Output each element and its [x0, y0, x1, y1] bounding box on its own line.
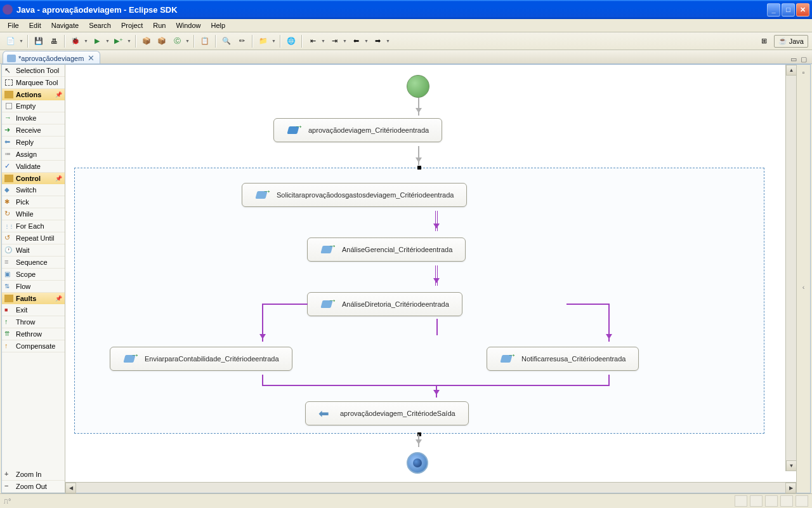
palette-item-label: Receive: [16, 126, 41, 134]
status-icon[interactable]: [780, 495, 793, 507]
palette-item-label: Zoom In: [16, 471, 41, 478]
palette-zoom-out[interactable]: Zoom Out: [2, 481, 65, 493]
perspective-java[interactable]: ☕ Java: [774, 35, 808, 48]
start-node[interactable]: [407, 75, 429, 98]
tb-new[interactable]: 📄: [4, 34, 18, 48]
scroll-down-button[interactable]: ▼: [786, 460, 796, 471]
menu-navigate[interactable]: Navigate: [46, 20, 84, 30]
palette-assign[interactable]: Assign: [2, 149, 65, 161]
tab-close-icon[interactable]: ✕: [86, 53, 96, 63]
palette-header-faults[interactable]: Faults 📌: [2, 293, 65, 304]
palette-validate[interactable]: Validate: [2, 161, 65, 173]
tb-save[interactable]: 💾: [32, 34, 46, 48]
palette-exit[interactable]: Exit: [2, 304, 65, 316]
scroll-up-button[interactable]: ▲: [786, 65, 796, 76]
palette-invoke[interactable]: Invoke: [2, 112, 65, 124]
palette-item-label: Selection Tool: [16, 67, 59, 74]
flow-arrow: [418, 146, 419, 165]
palette-header-actions[interactable]: Actions 📌: [2, 89, 65, 100]
vertical-scrollbar[interactable]: ▲ ▼: [785, 65, 796, 471]
palette-empty[interactable]: Empty: [2, 100, 65, 112]
end-node[interactable]: [407, 452, 428, 474]
tb-back[interactable]: ⬅: [349, 34, 363, 48]
menubar: File Edit Navigate Search Project Run Wi…: [0, 19, 812, 32]
activity-receive-main[interactable]: aprovaçãodeviagem_Critériodeentrada: [273, 118, 442, 142]
tb-web[interactable]: 🌐: [284, 34, 298, 48]
tb-new-package[interactable]: 📦: [140, 34, 154, 48]
menu-help[interactable]: Help: [206, 20, 231, 30]
activity-invoke-diretoria[interactable]: AnáliseDiretoria_Critériodeentrada: [307, 292, 462, 316]
activity-reply-saida[interactable]: aprovaçãodeviagem_CritériodeSaída: [305, 401, 469, 425]
palette-marquee-tool[interactable]: Marquee Tool: [2, 77, 65, 89]
palette-sequence[interactable]: Sequence: [2, 257, 65, 269]
palette-while[interactable]: While: [2, 208, 65, 220]
tb-nav2[interactable]: ⇥: [327, 34, 341, 48]
menu-file[interactable]: File: [3, 20, 24, 30]
tb-new-type[interactable]: 📦: [155, 34, 169, 48]
status-icon[interactable]: [750, 495, 763, 507]
tb-debug[interactable]: 🐞: [69, 34, 82, 48]
activity-invoke-gerencial[interactable]: AnáliseGerencial_Critériodeentrada: [307, 237, 466, 262]
pin-icon[interactable]: 📌: [55, 91, 62, 98]
tb-annotate[interactable]: ✏: [235, 34, 249, 48]
menu-project[interactable]: Project: [116, 20, 148, 30]
palette-receive[interactable]: Receive: [2, 124, 65, 137]
palette-item-label: Invoke: [16, 114, 36, 122]
minimize-view-icon[interactable]: ▭: [790, 55, 797, 64]
pin-icon[interactable]: 📌: [55, 295, 62, 302]
scroll-left-button[interactable]: ◀: [65, 483, 76, 493]
minimize-button[interactable]: _: [767, 3, 780, 17]
palette-flow[interactable]: Flow: [2, 281, 65, 293]
tb-folder[interactable]: 📁: [256, 34, 270, 48]
tb-print[interactable]: 🖶: [47, 34, 61, 48]
status-icon[interactable]: [735, 495, 747, 507]
menu-search[interactable]: Search: [84, 20, 116, 30]
scroll-right-button[interactable]: ▶: [785, 483, 796, 493]
close-button[interactable]: ✕: [796, 3, 809, 17]
palette-selection-tool[interactable]: Selection Tool: [2, 65, 65, 77]
palette-header-control[interactable]: Control 📌: [2, 173, 65, 184]
pick-icon: [4, 197, 13, 206]
palette-reply[interactable]: Reply: [2, 137, 65, 149]
tb-fwd[interactable]: ➡: [370, 34, 384, 48]
palette-repeat[interactable]: Repeat Until: [2, 232, 65, 244]
chevron-left-icon[interactable]: ‹: [802, 283, 805, 291]
editor-tabbar: *aprovaçãodeviagem ✕ ▭ ▢: [0, 50, 812, 64]
palette-switch[interactable]: Switch: [2, 184, 65, 196]
maximize-view-icon[interactable]: ▢: [801, 55, 807, 64]
palette-pick[interactable]: Pick: [2, 196, 65, 208]
tb-ext-tools[interactable]: ▶⁺: [112, 34, 126, 48]
canvas-area: aprovaçãodeviagem_Critériodeentrada Soli…: [65, 65, 796, 493]
palette-foreach[interactable]: For Each: [2, 220, 65, 232]
invoke-icon: [255, 189, 270, 201]
palette-scope[interactable]: Scope: [2, 269, 65, 281]
link-line: [436, 319, 438, 335]
palette-compensate[interactable]: Compensate: [2, 340, 65, 352]
menu-run[interactable]: Run: [148, 20, 171, 30]
palette-rethrow[interactable]: Rethrow: [2, 328, 65, 340]
menu-window[interactable]: Window: [171, 20, 206, 30]
perspective-switcher[interactable]: ⊞: [757, 34, 771, 48]
activity-invoke-contabilidade[interactable]: EnviarparaContabilidade_Critériodeentrad…: [110, 347, 292, 371]
palette-throw[interactable]: Throw: [2, 316, 65, 328]
tb-search[interactable]: 🔍: [219, 34, 233, 48]
resize-handle[interactable]: [417, 166, 421, 170]
tb-run[interactable]: ▶: [90, 34, 104, 48]
palette-wait[interactable]: Wait: [2, 244, 65, 257]
restore-view-icon[interactable]: ▫: [802, 69, 805, 76]
menu-edit[interactable]: Edit: [24, 20, 46, 30]
folder-icon: [4, 175, 13, 182]
pin-icon[interactable]: 📌: [55, 175, 62, 182]
activity-invoke-solicitar[interactable]: Solicitaraprovaçãodosgastosdeviagem_Crit…: [242, 183, 467, 207]
status-icon[interactable]: [765, 495, 778, 507]
palette-zoom-in[interactable]: Zoom In: [2, 469, 65, 481]
horizontal-scrollbar[interactable]: ◀ ▶: [65, 482, 796, 493]
maximize-button[interactable]: □: [782, 3, 795, 17]
activity-invoke-notificar[interactable]: Notificarresusa_Critériodeentrada: [487, 347, 639, 371]
tb-nav1[interactable]: ⇤: [306, 34, 320, 48]
tb-open-type[interactable]: 📋: [198, 34, 212, 48]
tb-new-class[interactable]: Ⓒ: [170, 34, 184, 48]
status-icon[interactable]: [796, 495, 808, 507]
diagram-canvas[interactable]: aprovaçãodeviagem_Critériodeentrada Soli…: [65, 65, 796, 482]
editor-tab[interactable]: *aprovaçãodeviagem ✕: [3, 51, 100, 64]
